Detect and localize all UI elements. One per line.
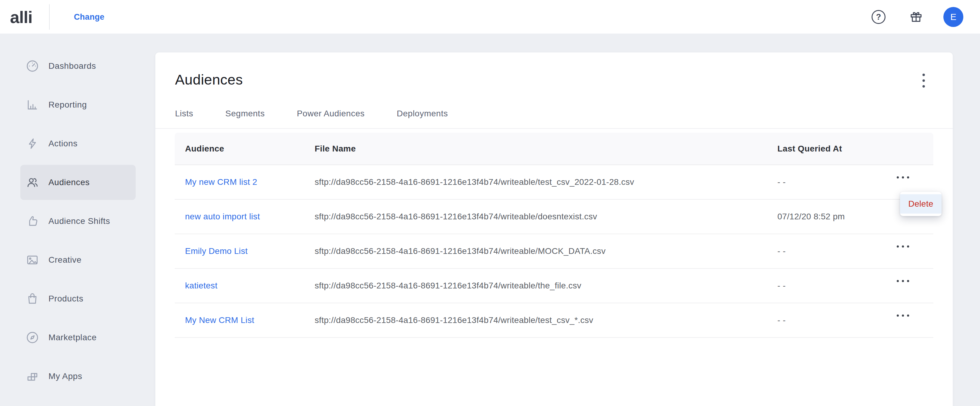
file-name: sftp://da98cc56-2158-4a16-8691-1216e13f4… — [315, 212, 597, 221]
sidebar-item-label: Reporting — [48, 100, 87, 110]
delete-menu-item[interactable]: Delete — [900, 194, 942, 213]
audience-link[interactable]: My new CRM list 2 — [185, 177, 257, 187]
table-row: My New CRM List sftp://da98cc56-2158-4a1… — [175, 303, 933, 338]
sidebar-item-label: Actions — [48, 139, 78, 148]
sidebar-item-label: Audience Shifts — [48, 217, 110, 226]
audiences-tabs: Lists Segments Power Audiences Deploymen… — [175, 109, 448, 118]
sidebar-item-label: My Apps — [48, 371, 83, 381]
sidebar-item-label: Products — [48, 294, 83, 304]
last-queried-at: - - — [777, 246, 786, 256]
shopping-bag-icon — [26, 292, 39, 306]
change-account-link[interactable]: Change — [74, 12, 105, 22]
thumbs-up-icon — [26, 215, 39, 228]
file-name: sftp://da98cc56-2158-4a16-8691-1216e13f4… — [315, 177, 634, 187]
alli-logo: alli — [10, 7, 32, 27]
last-queried-at: - - — [777, 281, 786, 291]
tab-power-audiences[interactable]: Power Audiences — [297, 109, 364, 118]
row-kebab-menu-icon[interactable] — [896, 244, 910, 249]
sidebar-item-products[interactable]: Products — [0, 279, 155, 318]
sidebar-item-marketplace[interactable]: Marketplace — [0, 318, 155, 357]
row-kebab-menu-icon[interactable] — [896, 175, 910, 180]
image-icon — [26, 253, 39, 267]
audiences-panel: Audiences Lists Segments Power Audiences… — [155, 53, 953, 406]
table-row: new auto import list sftp://da98cc56-215… — [175, 200, 933, 234]
column-header-file-name: File Name — [315, 133, 356, 164]
audience-link[interactable]: new auto import list — [185, 212, 260, 221]
top-bar: alli Change ? E — [0, 0, 980, 34]
table-row: Emily Demo List sftp://da98cc56-2158-4a1… — [175, 234, 933, 269]
sidebar-item-label: Dashboards — [48, 61, 96, 71]
table-header: Audience File Name Last Queried At — [175, 133, 933, 165]
sidebar-item-my-apps[interactable]: My Apps — [0, 357, 155, 396]
row-context-menu: Delete — [900, 192, 942, 216]
page-title: Audiences — [175, 71, 243, 88]
row-kebab-menu-icon[interactable] — [896, 313, 910, 318]
avatar-initial: E — [950, 12, 956, 22]
gift-icon[interactable] — [909, 10, 923, 24]
file-name: sftp://da98cc56-2158-4a16-8691-1216e13f4… — [315, 315, 593, 325]
audience-link[interactable]: Emily Demo List — [185, 246, 248, 256]
sidebar-item-label: Marketplace — [48, 333, 97, 342]
sidebar-item-label: Creative — [48, 255, 81, 265]
compass-icon — [26, 331, 39, 344]
column-header-audience: Audience — [185, 133, 224, 164]
tab-lists[interactable]: Lists — [175, 109, 193, 118]
blocks-icon — [26, 369, 39, 383]
last-queried-at: - - — [777, 177, 786, 187]
help-icon[interactable]: ? — [872, 10, 886, 24]
file-name: sftp://da98cc56-2158-4a16-8691-1216e13f4… — [315, 281, 581, 291]
last-queried-at: - - — [777, 315, 786, 325]
sidebar-item-dashboards[interactable]: Dashboards — [0, 47, 155, 86]
speedometer-icon — [26, 59, 39, 73]
audience-link[interactable]: katietest — [185, 281, 218, 291]
sidebar-item-audiences[interactable]: Audiences — [0, 163, 155, 202]
sidebar-item-creative[interactable]: Creative — [0, 240, 155, 279]
panel-kebab-menu-icon[interactable] — [921, 72, 927, 89]
last-queried-at: 07/12/20 8:52 pm — [777, 212, 845, 221]
table-row: My new CRM list 2 sftp://da98cc56-2158-4… — [175, 165, 933, 200]
row-kebab-menu-icon[interactable] — [896, 279, 910, 283]
sidebar-item-reporting[interactable]: Reporting — [0, 86, 155, 124]
column-header-last-queried-at: Last Queried At — [777, 133, 842, 164]
file-name: sftp://da98cc56-2158-4a16-8691-1216e13f4… — [315, 246, 606, 256]
tab-segments[interactable]: Segments — [225, 109, 265, 118]
bar-chart-icon — [26, 98, 39, 111]
sidebar-item-audience-shifts[interactable]: Audience Shifts — [0, 202, 155, 240]
table-row: katietest sftp://da98cc56-2158-4a16-8691… — [175, 269, 933, 303]
lightning-icon — [26, 137, 39, 150]
topbar-divider — [49, 4, 50, 30]
audiences-table: Audience File Name Last Queried At My ne… — [175, 133, 933, 338]
audience-link[interactable]: My New CRM List — [185, 315, 255, 325]
sidebar-item-actions[interactable]: Actions — [0, 124, 155, 163]
avatar[interactable]: E — [943, 7, 963, 27]
tab-divider — [155, 128, 953, 129]
tab-deployments[interactable]: Deployments — [397, 109, 448, 118]
people-icon — [26, 176, 39, 189]
sidebar-item-label: Audiences — [48, 178, 90, 187]
sidebar: Dashboards Reporting Actions Audiences — [0, 34, 155, 406]
